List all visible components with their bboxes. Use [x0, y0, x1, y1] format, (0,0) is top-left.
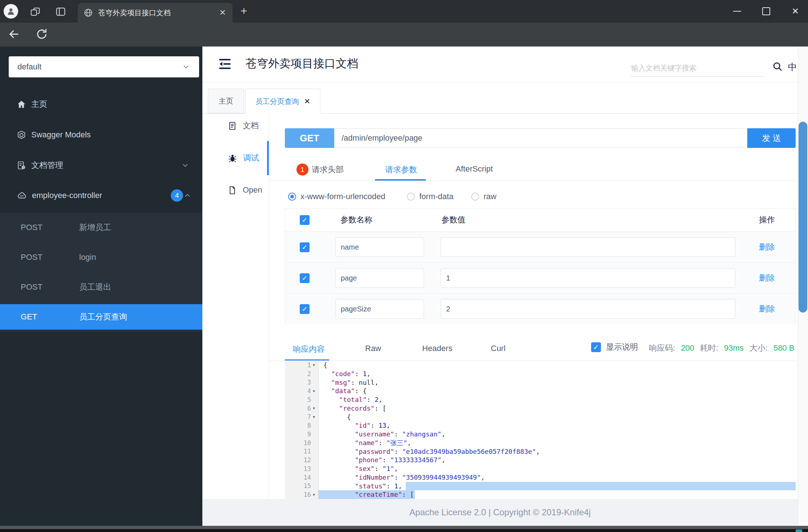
param-value-input[interactable] [441, 268, 735, 288]
code-line: "id": 13, [319, 421, 796, 430]
meta-label: 耗时: [700, 343, 718, 354]
gutter-line: 12 [285, 456, 318, 464]
param-checkbox[interactable]: ✓ [300, 242, 310, 252]
tab-raw[interactable]: Raw [365, 344, 381, 353]
radio-label: x-www-form-urlencoded [300, 192, 385, 201]
profile-avatar[interactable] [4, 4, 18, 19]
response-code-editor[interactable]: { "code": 1, "msg": null, "data": { "tot… [319, 361, 796, 499]
params-table-header: ✓ 参数名称 参数值 操作 [285, 209, 795, 231]
browser-titlebar: 苍穹外卖项目接口文档 ✕ + ✕ [0, 0, 808, 23]
window-maximize-button[interactable] [754, 0, 779, 23]
param-value-input[interactable] [441, 237, 735, 257]
send-button[interactable]: 发 送 [747, 128, 796, 148]
language-toggle[interactable]: 中 [788, 61, 797, 73]
page-footer: Apache License 2.0 | Copyright © 2019-Kn… [202, 499, 798, 526]
doc-nav-document[interactable]: 文档 [202, 118, 269, 134]
gutter-line: 6▾ [285, 404, 318, 413]
radio-x-www-form-urlencoded[interactable]: x-www-form-urlencoded [288, 192, 385, 201]
show-description-checkbox[interactable]: ✓ [591, 342, 601, 352]
vertical-tabs-icon[interactable] [55, 6, 66, 17]
sidebar-item-home[interactable]: 主页 [0, 96, 202, 112]
gutter-line: 2 [285, 370, 318, 378]
cloud-api-icon: API [17, 190, 27, 201]
page-scrollbar-thumb[interactable] [799, 122, 807, 313]
person-icon [6, 7, 16, 16]
doc-nav-label: 文档 [243, 120, 259, 131]
radio-form-data[interactable]: form-data [407, 192, 453, 201]
code-line: "createTime": [ [319, 490, 796, 499]
tab-headers[interactable]: Headers [422, 344, 452, 353]
screen: 苍穹外卖项目接口文档 ✕ + ✕ localhost:8080/doc.html… [0, 0, 808, 532]
gutter-line: 15 [285, 482, 318, 491]
code-line: "code": 1, [319, 370, 796, 378]
show-description-toggle[interactable]: ✓ 显示说明 [591, 342, 638, 352]
tab-request-params[interactable]: 请求参数 [385, 164, 417, 175]
code-line: "total": 2, [319, 395, 796, 404]
fold-icon[interactable]: ▾ [311, 415, 317, 419]
sidebar-item-doc-manage[interactable]: 文档管理 [0, 157, 202, 173]
fold-icon[interactable]: ▾ [311, 363, 317, 367]
doc-nav-open[interactable]: Open [202, 182, 269, 198]
param-name-input[interactable] [335, 299, 424, 319]
radio-raw[interactable]: raw [471, 192, 496, 201]
code-line: "idNumber": "350939944939493949", [319, 473, 796, 482]
gutter-line: 7▾ [285, 413, 318, 422]
sidebar-operation-新增员工[interactable]: POST新增员工 [0, 213, 202, 242]
console-icon [796, 529, 802, 532]
sidebar-item-employee-controller[interactable]: API employee-controller 4 [0, 188, 202, 203]
workspaces-icon[interactable] [30, 6, 41, 17]
param-name-input[interactable] [335, 237, 424, 257]
request-url-input[interactable] [334, 128, 747, 148]
fold-icon[interactable]: ▾ [311, 492, 317, 497]
tab-home[interactable]: 主页 [208, 89, 244, 113]
fold-icon[interactable]: ▾ [311, 389, 317, 394]
file-icon [228, 186, 237, 195]
tab-close-icon[interactable]: ✕ [304, 97, 311, 106]
param-value-input[interactable] [441, 299, 735, 319]
new-tab-button[interactable]: + [241, 5, 247, 17]
doc-nav-debug[interactable]: 调试 [202, 150, 269, 166]
models-icon [17, 130, 26, 140]
bug-icon [228, 153, 237, 163]
sidebar-operation-员工退出[interactable]: POST员工退出 [0, 272, 202, 302]
code-line: "records": [ [319, 404, 796, 413]
param-checkbox[interactable]: ✓ [300, 273, 310, 283]
doc-search-icon[interactable] [772, 61, 783, 72]
window-minimize-button[interactable] [724, 0, 750, 23]
param-name-input[interactable] [335, 268, 424, 288]
meta-label: 大小: [750, 343, 768, 354]
sidebar-operation-login[interactable]: POSTlogin [0, 242, 202, 272]
tab-afterscript[interactable]: AfterScript [456, 164, 493, 174]
param-checkbox[interactable]: ✓ [300, 304, 310, 314]
group-select[interactable]: default [9, 56, 199, 77]
delete-param-link[interactable]: 删除 [759, 273, 775, 283]
tab-request-headers[interactable]: 请求头部 [312, 164, 344, 175]
meta-label: 响应码: [649, 343, 675, 354]
window-close-button[interactable]: ✕ [783, 0, 808, 23]
fold-icon[interactable]: ▾ [311, 406, 317, 411]
code-line: "username": "zhangsan", [319, 430, 796, 439]
meta-value: 93ms [724, 343, 744, 353]
content-header: 苍穹外卖项目接口文档 中 [202, 47, 798, 82]
meta-value: 580 B [773, 343, 795, 353]
delete-param-link[interactable]: 删除 [759, 303, 775, 314]
gutter-line: 8 [285, 421, 318, 430]
code-line: { [319, 361, 796, 370]
doc-search-input[interactable] [630, 60, 765, 77]
refresh-icon[interactable] [36, 28, 48, 40]
menu-fold-icon[interactable] [218, 58, 232, 70]
select-all-checkbox[interactable]: ✓ [300, 215, 310, 225]
tab-curl[interactable]: Curl [491, 344, 505, 353]
sidebar-operation-员工分页查询[interactable]: GET员工分页查询 [0, 304, 202, 330]
tab-close-icon[interactable]: ✕ [219, 8, 226, 17]
radio-icon [288, 193, 296, 201]
sidebar-item-swagger-models[interactable]: Swagger Models [0, 127, 202, 143]
gutter-line: 14 [285, 473, 318, 482]
tab-response-content[interactable]: 响应内容 [293, 344, 325, 355]
browser-tab[interactable]: 苍穹外卖项目接口文档 ✕ [78, 3, 233, 23]
delete-param-link[interactable]: 删除 [759, 242, 775, 253]
sidebar-item-label: 文档管理 [31, 160, 63, 171]
background-window-strip [0, 526, 808, 529]
back-icon[interactable] [8, 28, 20, 40]
tab-employee-page-query[interactable]: 员工分页查询 ✕ [245, 89, 320, 114]
